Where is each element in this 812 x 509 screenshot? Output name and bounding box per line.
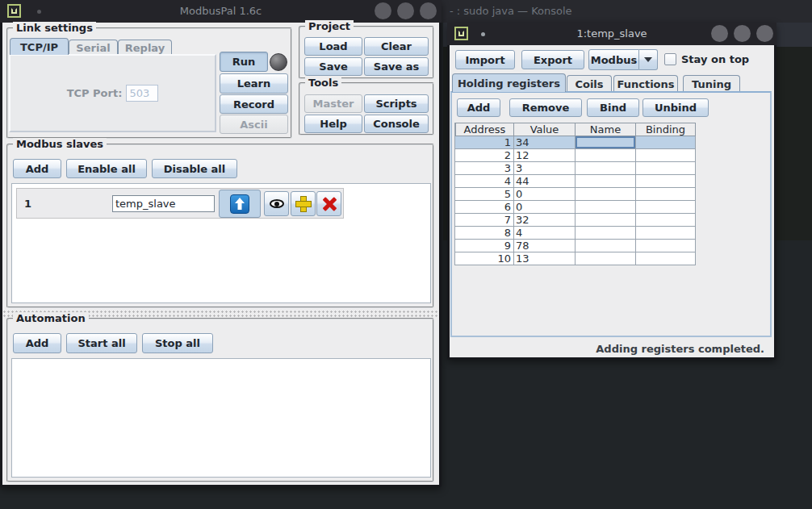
load-button[interactable]: Load bbox=[304, 37, 362, 56]
col-header-binding[interactable]: Binding bbox=[636, 123, 696, 136]
register-cell-name[interactable] bbox=[576, 136, 636, 149]
register-cell-name[interactable] bbox=[576, 149, 636, 162]
register-row[interactable]: 444 bbox=[455, 175, 697, 188]
register-cell-name[interactable] bbox=[576, 240, 636, 252]
register-row[interactable]: 1013 bbox=[455, 252, 697, 265]
unbind-button[interactable]: Unbind bbox=[642, 98, 709, 117]
export-button[interactable]: Export bbox=[521, 50, 584, 69]
enable-slave-toggle[interactable] bbox=[219, 190, 261, 218]
register-cell-binding[interactable] bbox=[636, 252, 696, 265]
register-cell-value[interactable]: 32 bbox=[514, 214, 576, 227]
remove-register-button[interactable]: Remove bbox=[509, 98, 582, 117]
register-cell-name[interactable] bbox=[576, 252, 636, 265]
duplicate-slave-button[interactable] bbox=[291, 191, 316, 216]
enable-all-button[interactable]: Enable all bbox=[66, 159, 147, 178]
register-cell-binding[interactable] bbox=[636, 214, 696, 227]
register-cell-value[interactable]: 44 bbox=[514, 175, 576, 188]
stop-all-button[interactable]: Stop all bbox=[142, 333, 213, 353]
register-cell-value[interactable]: 4 bbox=[514, 227, 576, 240]
help-button[interactable]: Help bbox=[304, 115, 362, 133]
register-cell-binding[interactable] bbox=[636, 201, 696, 214]
remove-slave-button[interactable] bbox=[316, 191, 341, 216]
protocol-select[interactable]: Modbus bbox=[588, 49, 658, 70]
col-header-address[interactable]: Address bbox=[455, 123, 514, 136]
register-row[interactable]: 978 bbox=[455, 240, 697, 252]
chevron-down-icon[interactable] bbox=[639, 49, 658, 70]
register-cell-value[interactable]: 34 bbox=[514, 136, 576, 149]
add-register-button[interactable]: Add bbox=[457, 98, 500, 117]
save-as-button[interactable]: Save as bbox=[364, 57, 429, 76]
save-button[interactable]: Save bbox=[304, 57, 362, 76]
start-all-button[interactable]: Start all bbox=[66, 333, 137, 353]
register-cell-binding[interactable] bbox=[636, 175, 696, 188]
slave-name-input[interactable] bbox=[112, 195, 215, 212]
register-cell-binding[interactable] bbox=[636, 149, 696, 162]
tcp-port-field[interactable] bbox=[126, 85, 158, 102]
maximize-button[interactable] bbox=[734, 25, 751, 42]
register-cell-address[interactable]: 6 bbox=[455, 201, 514, 214]
learn-button[interactable]: Learn bbox=[220, 73, 288, 94]
tab-functions[interactable]: Functions bbox=[613, 75, 678, 92]
register-cell-address[interactable]: 4 bbox=[455, 175, 514, 188]
register-cell-binding[interactable] bbox=[636, 240, 696, 252]
stay-on-top-checkbox[interactable] bbox=[664, 53, 676, 65]
disable-all-button[interactable]: Disable all bbox=[152, 159, 237, 178]
clear-button[interactable]: Clear bbox=[364, 37, 429, 56]
register-cell-name[interactable] bbox=[576, 162, 636, 175]
konsole-window-titlebar[interactable]: - : sudo java — Konsole bbox=[440, 0, 812, 23]
master-button[interactable]: Master bbox=[304, 94, 362, 113]
add-automation-button[interactable]: Add bbox=[13, 333, 61, 353]
register-cell-address[interactable]: 2 bbox=[455, 149, 514, 162]
tab-replay[interactable]: Replay bbox=[118, 40, 172, 55]
tab-tuning[interactable]: Tuning bbox=[683, 75, 740, 92]
register-row[interactable]: 33 bbox=[455, 162, 697, 175]
col-header-name[interactable]: Name bbox=[576, 123, 636, 136]
register-cell-name[interactable] bbox=[576, 201, 636, 214]
register-row[interactable]: 134 bbox=[455, 136, 697, 149]
scripts-button[interactable]: Scripts bbox=[364, 94, 429, 113]
modbuspal-titlebar[interactable]: ModbusPal 1.6c bbox=[0, 0, 442, 23]
register-cell-name[interactable] bbox=[576, 188, 636, 201]
add-slave-button[interactable]: Add bbox=[13, 159, 61, 178]
register-cell-value[interactable]: 78 bbox=[514, 240, 576, 252]
record-button[interactable]: Record bbox=[220, 94, 288, 114]
register-cell-value[interactable]: 3 bbox=[514, 162, 576, 175]
register-cell-binding[interactable] bbox=[636, 188, 696, 201]
bind-button[interactable]: Bind bbox=[587, 98, 639, 117]
register-cell-name[interactable] bbox=[576, 227, 636, 240]
import-button[interactable]: Import bbox=[455, 50, 515, 69]
maximize-button[interactable] bbox=[397, 2, 414, 19]
register-cell-address[interactable]: 7 bbox=[455, 214, 514, 227]
register-cell-name[interactable] bbox=[576, 175, 636, 188]
register-cell-address[interactable]: 5 bbox=[455, 188, 514, 201]
register-cell-address[interactable]: 9 bbox=[455, 240, 514, 252]
tab-coils[interactable]: Coils bbox=[567, 75, 612, 92]
register-row[interactable]: 732 bbox=[455, 214, 697, 227]
register-cell-binding[interactable] bbox=[636, 162, 696, 175]
slave-window-titlebar[interactable]: 1:temp_slave bbox=[447, 23, 776, 45]
register-cell-value[interactable]: 0 bbox=[514, 188, 576, 201]
register-cell-address[interactable]: 10 bbox=[455, 252, 514, 265]
register-row[interactable]: 60 bbox=[455, 201, 697, 214]
console-button[interactable]: Console bbox=[364, 115, 429, 133]
register-row[interactable]: 50 bbox=[455, 188, 697, 201]
show-slave-panel-button[interactable] bbox=[264, 191, 289, 216]
register-row[interactable]: 84 bbox=[455, 227, 697, 240]
tab-serial[interactable]: Serial bbox=[69, 40, 118, 55]
register-cell-address[interactable]: 1 bbox=[455, 136, 514, 149]
col-header-value[interactable]: Value bbox=[514, 123, 576, 136]
register-cell-address[interactable]: 3 bbox=[455, 162, 514, 175]
close-button[interactable] bbox=[756, 25, 773, 42]
register-cell-value[interactable]: 13 bbox=[514, 252, 576, 265]
register-cell-value[interactable]: 12 bbox=[514, 149, 576, 162]
register-cell-binding[interactable] bbox=[636, 136, 696, 149]
register-cell-value[interactable]: 0 bbox=[514, 201, 576, 214]
ascii-button[interactable]: Ascii bbox=[220, 115, 288, 134]
tab-holding-registers[interactable]: Holding registers bbox=[452, 73, 566, 92]
minimize-button[interactable] bbox=[711, 25, 728, 42]
register-cell-address[interactable]: 8 bbox=[455, 227, 514, 240]
minimize-button[interactable] bbox=[375, 2, 391, 19]
tab-tcpip[interactable]: TCP/IP bbox=[10, 38, 69, 55]
run-button[interactable]: Run bbox=[220, 52, 268, 72]
register-row[interactable]: 212 bbox=[455, 149, 697, 162]
